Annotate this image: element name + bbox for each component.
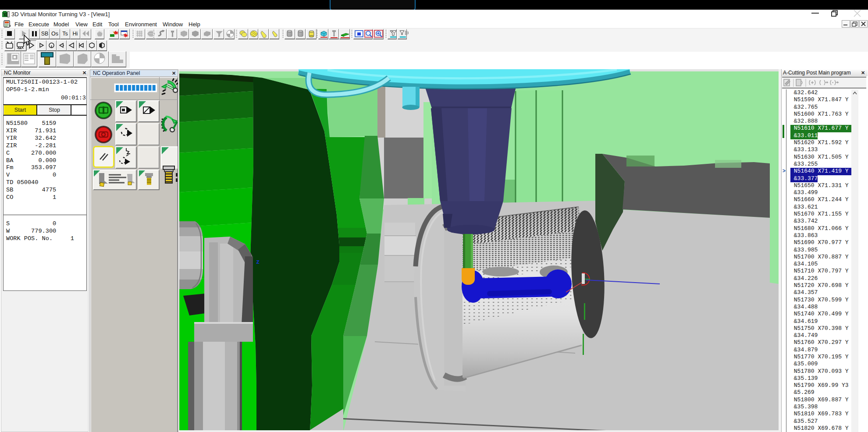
svg-text:z: z	[256, 258, 260, 266]
